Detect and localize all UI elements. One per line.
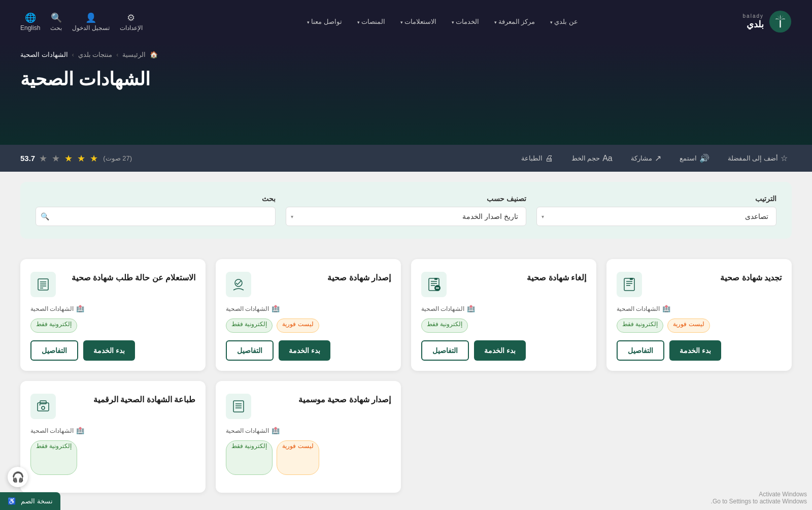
- card-6-title: طباعة الشهادة الصحية الرقمية: [56, 394, 195, 406]
- star-rating: ★ ★ ★ ★ ★: [39, 153, 99, 164]
- card-6-icon: [30, 394, 56, 419]
- card-5-tag-1: ليست فورية: [277, 440, 319, 475]
- site-logo[interactable]: balady بلدي: [743, 10, 792, 33]
- card-3-header: إصدار شهادة صحية: [226, 272, 391, 297]
- windows-notice: Activate Windows Go to Settings to activ…: [711, 491, 807, 505]
- card-1-details-button[interactable]: التفاصيل: [617, 340, 664, 361]
- empty-col-2: [411, 381, 596, 493]
- breadcrumb-home[interactable]: الرئيسية: [122, 51, 146, 58]
- language-label: English: [20, 24, 40, 31]
- accessibility-icon-circle[interactable]: 🎧: [8, 467, 28, 487]
- card-2-tags: إلكترونية فقط: [421, 318, 586, 333]
- header-actions: ⚙ الإعدادات 👤 تسجيل الدخول 🔍 بحث 🌐 Engli…: [20, 12, 143, 31]
- share-icon: ↗: [655, 153, 661, 163]
- star-2: ★: [77, 153, 86, 164]
- speaker-icon: 🔊: [699, 153, 709, 163]
- nav-item-services[interactable]: الخدمات ▾: [452, 18, 479, 25]
- card-4-actions: بدء الخدمة التفاصيل: [30, 340, 195, 361]
- nav-contact-chevron: ▾: [307, 20, 310, 25]
- windows-notice-line2: Go to Settings to activate Windows.: [711, 498, 807, 505]
- favorite-button[interactable]: ☆ أضف إلى المفضلة: [724, 151, 792, 166]
- nav-services-chevron: ▾: [452, 20, 454, 25]
- card-3-actions: بدء الخدمة التفاصيل: [226, 340, 391, 361]
- breadcrumb-current: الشهادات الصحية: [20, 51, 68, 58]
- sort-select[interactable]: تصاعدى: [536, 207, 776, 226]
- share-button[interactable]: ↗ مشاركة: [627, 151, 665, 166]
- card-2-tag-1: إلكترونية فقط: [421, 318, 468, 333]
- login-label: تسجيل الدخول: [72, 24, 109, 31]
- breadcrumb: 🏠 الرئيسية › منتجات بلدي › الشهادات الصح…: [20, 51, 792, 58]
- card-1-category: 🏥 الشهادات الصحية: [617, 305, 782, 312]
- category-field: تصنيف حسب تاريخ اصدار الخدمة ▾: [286, 195, 526, 226]
- card-3-details-button[interactable]: التفاصيل: [226, 340, 274, 361]
- sort-label: الترتيب: [536, 195, 776, 203]
- card-6-tags: إلكترونية فقط: [30, 440, 195, 475]
- star-5: ★: [39, 153, 48, 164]
- card-6-cat-icon: 🏥: [76, 427, 84, 434]
- service-card-5: إصدار شهادة صحية موسمية 🏥 الشهادات الصحي…: [216, 381, 401, 493]
- nav-services-label: الخدمات: [456, 18, 479, 25]
- nav-platforms-label: المنصات: [361, 18, 385, 25]
- print-icon: 🖨: [545, 154, 553, 163]
- settings-label: الإعدادات: [120, 24, 143, 31]
- rating-score: 53.7: [20, 154, 35, 163]
- print-button[interactable]: 🖨 الطباعة: [517, 151, 557, 166]
- service-card-3: إصدار شهادة صحية 🏥 الشهادات الصحية ليست …: [216, 259, 401, 371]
- card-1-title: تجديد شهادة صحية: [642, 272, 782, 284]
- card-2-category: 🏥 الشهادات الصحية: [421, 305, 586, 312]
- login-icon: 👤: [85, 12, 96, 23]
- nav-item-about[interactable]: عن بلدي ▾: [550, 18, 578, 25]
- card-4-cat-icon: 🏥: [76, 305, 84, 312]
- print-label: الطباعة: [521, 154, 543, 162]
- logo-subtitle: balady: [743, 13, 764, 19]
- main-nav: عن بلدي ▾ مركز المعرفة ▾ الخدمات ▾ الاست…: [143, 18, 743, 25]
- font-size-button[interactable]: Aa حجم الخط: [567, 151, 617, 166]
- breadcrumb-products[interactable]: منتجات بلدي: [78, 51, 113, 58]
- card-2-start-button[interactable]: بدء الخدمة: [474, 340, 526, 361]
- card-4-title: الاستعلام عن حالة طلب شهادة صحية: [56, 272, 195, 284]
- service-card-4: الاستعلام عن حالة طلب شهادة صحية 🏥 الشها…: [20, 259, 206, 371]
- listen-button[interactable]: 🔊 استمع: [675, 151, 714, 166]
- nav-item-platforms[interactable]: المنصات ▾: [357, 18, 385, 25]
- search-section: الترتيب تصاعدى ▾ تصنيف حسب تاريخ اصدار ا…: [20, 182, 792, 239]
- nav-item-knowledge[interactable]: مركز المعرفة ▾: [494, 18, 535, 25]
- nav-item-inquiries[interactable]: الاستعلامات ▾: [400, 18, 436, 25]
- cards-grid-row1: تجديد شهادة صحية 🏥 الشهادات الصحية ليست …: [20, 259, 792, 371]
- card-4-start-button[interactable]: بدء الخدمة: [83, 340, 135, 361]
- service-card-6: طباعة الشهادة الصحية الرقمية 🏥 الشهادات …: [20, 381, 206, 493]
- card-2-actions: بدء الخدمة التفاصيل: [421, 340, 586, 361]
- listen-label: استمع: [680, 154, 697, 162]
- category-select[interactable]: تاريخ اصدار الخدمة: [286, 207, 526, 226]
- search-icon: 🔍: [51, 12, 62, 23]
- card-5-title: إصدار شهادة صحية موسمية: [251, 394, 391, 406]
- accessibility-icon: ♿: [8, 497, 16, 505]
- login-action[interactable]: 👤 تسجيل الدخول: [72, 12, 109, 31]
- card-3-title: إصدار شهادة صحية: [251, 272, 391, 284]
- svg-rect-19: [233, 401, 244, 412]
- nav-inquiries-chevron: ▾: [400, 20, 403, 25]
- star-1: ★: [90, 153, 99, 164]
- card-2-details-button[interactable]: التفاصيل: [421, 340, 469, 361]
- settings-action[interactable]: ⚙ الإعدادات: [120, 12, 143, 31]
- card-1-actions: بدء الخدمة التفاصيل: [617, 340, 782, 361]
- search-action[interactable]: 🔍 بحث: [50, 12, 62, 31]
- card-3-tag-2: إلكترونية فقط: [226, 318, 273, 333]
- svg-rect-24: [40, 401, 46, 404]
- card-2-header: إلغاء شهادة صحية: [421, 272, 586, 297]
- card-1-start-button[interactable]: بدء الخدمة: [669, 340, 721, 361]
- card-3-cat-icon: 🏥: [272, 305, 280, 312]
- card-4-details-button[interactable]: التفاصيل: [30, 340, 78, 361]
- nav-platforms-chevron: ▾: [357, 20, 360, 25]
- card-3-start-button[interactable]: بدء الخدمة: [279, 340, 330, 361]
- sort-field: الترتيب تصاعدى ▾: [536, 195, 776, 226]
- rating-area: (27 صوت) ★ ★ ★ ★ ★ 53.7: [20, 153, 132, 164]
- accessibility-bar[interactable]: نسخة الصم ♿: [0, 492, 60, 510]
- globe-icon: 🌐: [25, 12, 36, 23]
- card-1-tags: ليست فورية إلكترونية فقط: [617, 318, 782, 333]
- nav-item-contact[interactable]: تواصل معنا ▾: [307, 18, 342, 25]
- search-input[interactable]: [36, 207, 276, 226]
- card-5-tags: ليست فورية إلكترونية فقط: [226, 440, 391, 475]
- language-action[interactable]: 🌐 English: [20, 12, 40, 31]
- settings-icon: ⚙: [127, 12, 135, 23]
- card-4-category: 🏥 الشهادات الصحية: [30, 305, 195, 312]
